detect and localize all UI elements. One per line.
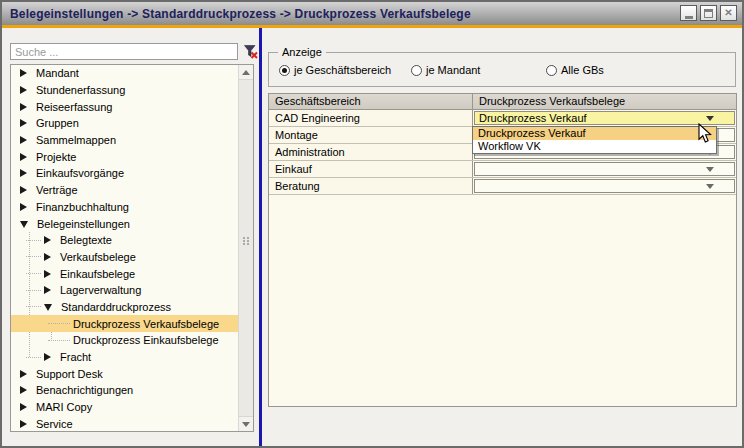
settings-tree: Mandant Stundenerfassung Reiseerfassung …: [10, 64, 254, 432]
close-icon: ✕: [724, 8, 732, 18]
combobox-dropdown-list: Druckprozess Verkauf Workflow VK: [472, 126, 717, 154]
druckprozess-combobox-open[interactable]: Druckprozess Verkauf: [474, 111, 735, 125]
radio-je-mandant[interactable]: je Mandant: [411, 64, 480, 76]
mouse-cursor: [698, 123, 713, 144]
tree-dotted-leader: [26, 256, 41, 257]
collapsed-arrow-icon[interactable]: [44, 236, 51, 244]
tree-item-druckprozess-einkaufsbelege[interactable]: Druckprozess Einkaufsbelege: [11, 332, 238, 349]
minimize-icon: [685, 16, 693, 19]
tree-item-standarddruckprozess[interactable]: Standarddruckprozess: [11, 299, 238, 316]
collapsed-arrow-icon[interactable]: [44, 270, 51, 278]
radio-unselected-icon[interactable]: [411, 65, 422, 76]
tree-item-list: Mandant Stundenerfassung Reiseerfassung …: [11, 65, 238, 431]
tree-dotted-leader: [26, 306, 41, 307]
cell-geschaeftsbereich: CAD Engineering: [269, 110, 473, 126]
radio-label: je Geschäftsbereich: [294, 64, 391, 76]
tree-item-reiseerfassung[interactable]: Reiseerfassung: [11, 98, 238, 115]
collapsed-arrow-icon[interactable]: [20, 386, 27, 394]
tree-item-mandant[interactable]: Mandant: [11, 65, 238, 82]
tree-item-einkaufsvorgaenge[interactable]: Einkaufsvorgänge: [11, 165, 238, 182]
tree-item-mari-copy[interactable]: MARI Copy: [11, 399, 238, 416]
close-button[interactable]: ✕: [720, 5, 737, 21]
maximize-button[interactable]: [700, 5, 717, 21]
collapsed-arrow-icon[interactable]: [20, 370, 27, 378]
combobox-value: Druckprozess Verkauf: [479, 112, 587, 124]
cell-geschaeftsbereich: Beratung: [269, 178, 473, 194]
content-area: Mandant Stundenerfassung Reiseerfassung …: [2, 28, 742, 446]
window-title: Belegeinstellungen -> Standarddruckproze…: [2, 7, 471, 21]
tree-item-benachrichtigungen[interactable]: Benachrichtigungen: [11, 382, 238, 399]
anzeige-groupbox: Anzeige je Geschäftsbereich je Mandant A…: [268, 52, 736, 87]
tree-item-finanzbuchhaltung[interactable]: Finanzbuchhaltung: [11, 199, 238, 216]
panel-divider: [259, 28, 262, 446]
dropdown-arrow-icon[interactable]: [706, 184, 714, 189]
dropdown-arrow-icon[interactable]: [706, 167, 714, 172]
collapsed-arrow-icon[interactable]: [20, 86, 27, 94]
tree-item-einkaufsbelege[interactable]: Einkaufsbelege: [11, 265, 238, 282]
dropdown-option-druckprozess-verkauf[interactable]: Druckprozess Verkauf: [473, 127, 716, 140]
clear-filter-icon[interactable]: [243, 44, 258, 59]
cell-druckprozess: [473, 178, 736, 194]
expanded-arrow-icon[interactable]: [44, 304, 52, 311]
tree-item-belegtexte[interactable]: Belegtexte: [11, 232, 238, 249]
druckprozess-combobox[interactable]: [474, 179, 735, 193]
collapsed-arrow-icon[interactable]: [20, 186, 27, 194]
cell-druckprozess: [473, 161, 736, 177]
collapsed-arrow-icon[interactable]: [20, 169, 27, 177]
tree-item-stundenerfassung[interactable]: Stundenerfassung: [11, 82, 238, 99]
tree-item-service[interactable]: Service: [11, 415, 238, 432]
table-row: Einkauf: [269, 161, 736, 178]
app-window: Belegeinstellungen -> Standarddruckproze…: [0, 0, 744, 448]
tree-dotted-leader: [48, 323, 70, 324]
radio-je-geschaeftsbereich[interactable]: je Geschäftsbereich: [279, 64, 391, 76]
title-bar[interactable]: Belegeinstellungen -> Standarddruckproze…: [2, 2, 742, 25]
collapsed-arrow-icon[interactable]: [20, 420, 27, 428]
window-controls: ✕: [680, 5, 737, 21]
dropdown-option-workflow-vk[interactable]: Workflow VK: [473, 140, 716, 153]
collapsed-arrow-icon[interactable]: [20, 203, 27, 211]
collapsed-arrow-icon[interactable]: [44, 253, 51, 261]
collapsed-arrow-icon[interactable]: [44, 286, 51, 294]
collapsed-arrow-icon[interactable]: [20, 119, 27, 127]
tree-scrollbar[interactable]: [238, 65, 253, 431]
tree-item-fracht[interactable]: Fracht: [11, 349, 238, 366]
tree-item-lagerverwaltung[interactable]: Lagerverwaltung: [11, 282, 238, 299]
radio-selected-icon[interactable]: [279, 65, 290, 76]
tree-item-belegeinstellungen[interactable]: Belegeinstellungen: [11, 215, 238, 232]
radio-unselected-icon[interactable]: [546, 65, 557, 76]
collapsed-arrow-icon[interactable]: [20, 136, 27, 144]
column-header-geschaeftsbereich: Geschäftsbereich: [269, 94, 473, 109]
collapsed-arrow-icon[interactable]: [20, 69, 27, 77]
tree-item-verkaufsbelege[interactable]: Verkaufsbelege: [11, 249, 238, 266]
tree-item-vertraege[interactable]: Verträge: [11, 182, 238, 199]
druckprozess-combobox[interactable]: [474, 162, 735, 176]
cell-druckprozess: Druckprozess Verkauf: [473, 110, 736, 126]
tree-dotted-leader: [26, 273, 41, 274]
collapsed-arrow-icon[interactable]: [44, 353, 51, 361]
expanded-arrow-icon[interactable]: [20, 221, 28, 228]
tree-dotted-leader: [48, 340, 70, 341]
tree-item-projekte[interactable]: Projekte: [11, 148, 238, 165]
maximize-icon: [704, 9, 713, 18]
tree-dotted-leader: [26, 240, 41, 241]
collapsed-arrow-icon[interactable]: [20, 103, 27, 111]
scroll-down-icon: [242, 422, 250, 427]
cell-geschaeftsbereich: Administration: [269, 144, 473, 160]
minimize-button[interactable]: [680, 5, 697, 21]
search-input[interactable]: [10, 43, 238, 60]
radio-alle-gbs[interactable]: Alle GBs: [546, 64, 604, 76]
scroll-up-button[interactable]: [239, 65, 253, 80]
tree-item-druckprozess-verkaufsbelege[interactable]: Druckprozess Verkaufsbelege: [11, 315, 238, 332]
collapsed-arrow-icon[interactable]: [20, 403, 27, 411]
tree-item-sammelmappen[interactable]: Sammelmappen: [11, 132, 238, 149]
scroll-up-icon: [242, 70, 250, 75]
radio-label: je Mandant: [426, 64, 480, 76]
tree-item-gruppen[interactable]: Gruppen: [11, 115, 238, 132]
groupbox-label: Anzeige: [278, 46, 326, 58]
collapsed-arrow-icon[interactable]: [20, 153, 27, 161]
scroll-down-button[interactable]: [239, 416, 253, 431]
tree-item-support-desk[interactable]: Support Desk: [11, 365, 238, 382]
scrollbar-grip[interactable]: [243, 237, 250, 246]
table-row: CAD Engineering Druckprozess Verkauf: [269, 110, 736, 127]
dropdown-arrow-icon[interactable]: [706, 116, 714, 121]
